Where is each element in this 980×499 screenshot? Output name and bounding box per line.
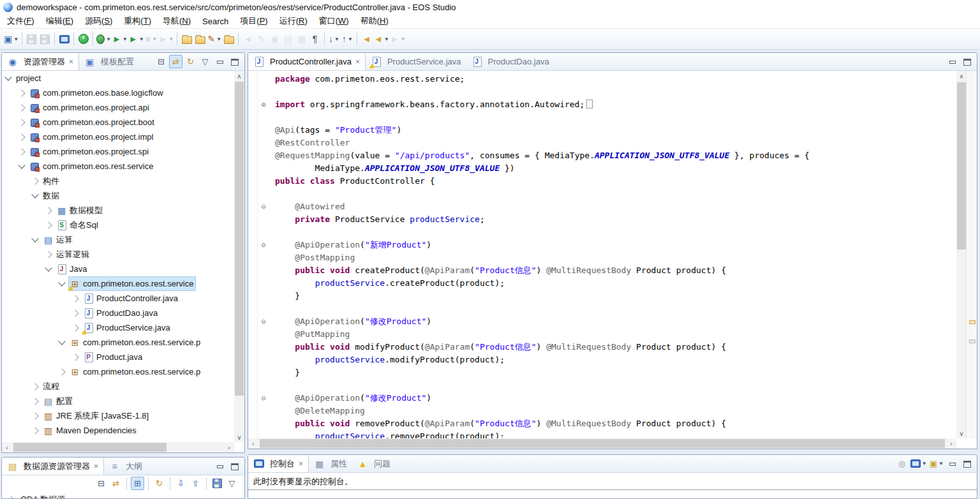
code-editor[interactable]: package com.primeton.eos.rest.service;⊕i… [248, 71, 956, 438]
scroll-right-icon[interactable]: › [946, 438, 956, 449]
collapse-arrow-icon[interactable] [31, 191, 38, 198]
menu-item-窗口-w-[interactable]: 窗口(W) [313, 14, 355, 28]
tree-item-oda-datasource[interactable]: ODA 数据源 [2, 492, 244, 499]
tree-item-com.primeton.eos.project.boot[interactable]: com.primeton.eos.project.boot [2, 115, 234, 130]
project-tree[interactable]: Mprojectcom.primeton.eos.base.logicflowc… [2, 71, 234, 442]
dropdown-arrow-icon[interactable]: ▼ [401, 36, 406, 42]
expand-arrow-icon[interactable] [31, 383, 38, 390]
collapse-all-button[interactable]: ⊟ [154, 55, 168, 68]
dropdown-arrow-icon[interactable]: ▼ [13, 36, 19, 42]
fold-minus-icon[interactable]: ⊖ [259, 241, 268, 250]
refresh-button[interactable]: ↻ [184, 55, 197, 68]
expand-arrow-icon[interactable] [31, 412, 38, 419]
view-menu-button[interactable]: ▽ [225, 477, 239, 490]
run-config-button[interactable]: ►▼ [128, 32, 145, 46]
collapse-arrow-icon[interactable] [45, 264, 52, 271]
tree-item-productservice.java[interactable]: JProductService.java [2, 320, 234, 335]
fold-minus-icon[interactable]: ⊖ [259, 394, 268, 403]
open-console-view-button[interactable] [57, 32, 71, 46]
editor-tab-productdao.java[interactable]: JProductDao.java [466, 53, 554, 70]
open-console-button[interactable]: ▣▼ [929, 457, 944, 470]
dropdown-arrow-icon[interactable]: ▼ [348, 36, 353, 42]
format-brush-button[interactable]: ✎▼ [207, 32, 222, 46]
import-folder-button[interactable] [222, 32, 235, 46]
menu-item-文件-f-[interactable]: 文件(F) [1, 14, 40, 28]
view-menu-button[interactable]: ▽ [198, 55, 212, 68]
console-tab-控制台[interactable]: 控制台× [248, 455, 309, 472]
tree-item-productcontroller.java[interactable]: JProductController.java [2, 291, 234, 306]
collapse-arrow-icon[interactable] [58, 338, 65, 345]
tree-item-maven-dependencies[interactable]: ▥Maven Dependencies [2, 423, 234, 438]
collapse-all-button[interactable]: ⊟ [94, 477, 108, 490]
explorer-vscrollbar[interactable]: ∧ ∨ [234, 71, 244, 442]
tree-item-com.primeton.eos.base.logicflow[interactable]: com.primeton.eos.base.logicflow [2, 86, 234, 100]
tree-item-com.primeton.eos.project.api[interactable]: com.primeton.eos.project.api [2, 100, 234, 115]
datasource-tab-数据源资源管理器[interactable]: ▤数据源资源管理器× [2, 458, 104, 475]
maximize-button[interactable] [960, 457, 974, 470]
close-icon[interactable]: × [69, 57, 73, 66]
tree-item-运算[interactable]: ▤运算 [2, 232, 234, 247]
scroll-down-icon[interactable]: ∨ [956, 428, 967, 438]
expand-arrow-icon[interactable] [71, 295, 78, 302]
maximize-button[interactable] [228, 55, 241, 68]
expand-arrow-icon[interactable] [31, 398, 38, 405]
tree-item-product.java[interactable]: PProduct.java [2, 350, 234, 364]
import-config-button[interactable]: ⇩ [174, 477, 188, 490]
menu-item-运行-r-[interactable]: 运行(R) [274, 14, 313, 28]
tree-item-运算逻辑[interactable]: 运算逻辑 [2, 247, 234, 262]
expand-arrow-icon[interactable] [45, 221, 52, 228]
menu-item-search[interactable]: Search [197, 15, 234, 27]
scroll-down-icon[interactable]: ∨ [234, 432, 244, 442]
fold-minus-icon[interactable]: ⊖ [259, 202, 268, 211]
explorer-tab-模板配置[interactable]: ▣模板配置 [79, 53, 139, 70]
tree-item-数据模型[interactable]: ▦数据模型 [2, 203, 234, 218]
scroll-left-icon[interactable]: ‹ [2, 442, 12, 452]
last-edit-location-button[interactable]: ◄ [360, 32, 373, 46]
tree-item-jre-系统库-javase-1.8-[interactable]: ▥JRE 系统库 [JavaSE-1.8] [2, 408, 234, 423]
scroll-thumb[interactable] [13, 443, 167, 452]
menu-item-帮助-h-[interactable]: 帮助(H) [355, 14, 394, 28]
tree-layout-button[interactable]: ⊞ [131, 477, 144, 490]
close-icon[interactable]: × [94, 462, 98, 471]
tree-item-com.primeton.eos.rest.service[interactable]: com.primeton.eos.rest.service [2, 159, 234, 174]
scroll-right-icon[interactable]: › [224, 442, 234, 452]
editor-hscrollbar[interactable]: ‹ › [248, 438, 956, 449]
tree-item-配置[interactable]: ▤配置 [2, 394, 234, 408]
next-annotation-button[interactable]: ↓▼ [327, 32, 341, 46]
fold-minus-icon[interactable]: ⊖ [259, 317, 268, 326]
scroll-thumb[interactable] [260, 439, 945, 448]
new-wizard-button[interactable]: ▣▼ [3, 32, 19, 46]
dropdown-arrow-icon[interactable]: ▼ [106, 36, 111, 42]
expand-arrow-icon[interactable] [58, 368, 65, 375]
console-tab-问题[interactable]: ▲问题 [352, 455, 396, 472]
collapse-arrow-icon[interactable] [31, 235, 38, 242]
tree-item-com.primeton.eos.project.spi[interactable]: com.primeton.eos.project.spi [2, 144, 234, 159]
menu-item-源码-s-[interactable]: 源码(S) [79, 14, 118, 28]
dropdown-arrow-icon[interactable]: ▼ [334, 36, 339, 42]
scroll-thumb[interactable] [235, 82, 244, 396]
fold-plus-icon[interactable]: ⊕ [259, 100, 268, 109]
editor-vscrollbar[interactable]: ∧ ∨ [956, 71, 967, 438]
menu-item-项目-p-[interactable]: 项目(P) [234, 14, 273, 28]
dropdown-arrow-icon[interactable]: ▼ [152, 36, 157, 42]
dropdown-arrow-icon[interactable]: ▼ [169, 36, 174, 42]
expand-arrow-icon[interactable] [71, 354, 78, 361]
maximize-button[interactable] [960, 55, 974, 68]
menu-item-导航-n-[interactable]: 导航(N) [157, 14, 197, 28]
menu-item-编辑-e-[interactable]: 编辑(E) [40, 14, 79, 28]
expand-arrow-icon[interactable] [71, 309, 78, 317]
editor-tab-productcontroller.java[interactable]: JProductController.java× [248, 53, 366, 70]
menu-item-重构-t-[interactable]: 重构(T) [118, 14, 157, 28]
link-with-editor-button[interactable]: ⇄ [169, 55, 182, 68]
collapsed-imports-box[interactable] [586, 100, 593, 108]
tree-item-流程[interactable]: 流程 [2, 379, 234, 394]
datasource-tab-大纲[interactable]: ≡大纲 [104, 458, 147, 475]
tree-item-java[interactable]: JJava [2, 262, 234, 276]
expand-arrow-icon[interactable] [18, 89, 25, 96]
tree-item-命名sql[interactable]: S命名Sql [2, 218, 234, 232]
scroll-up-icon[interactable]: ∧ [234, 71, 244, 81]
open-type-button[interactable] [193, 32, 207, 46]
explorer-tab-资源管理器[interactable]: ◉资源管理器× [2, 53, 79, 70]
expand-arrow-icon[interactable] [45, 251, 52, 258]
link-with-editor-button[interactable]: ⇄ [109, 477, 122, 490]
